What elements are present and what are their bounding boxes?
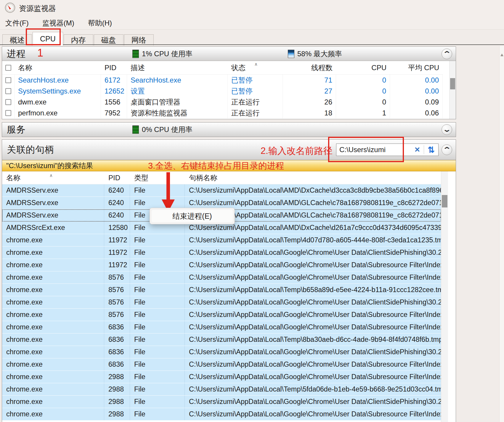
col-header-pid[interactable]: PID (104, 171, 130, 184)
annotation-step1: 1 (37, 47, 43, 59)
process-row-checkbox[interactable] (5, 88, 11, 94)
annotation-step3: 3.全选、右键结束掉占用目录的进程 (148, 160, 284, 172)
col-header-name[interactable]: 名称 (2, 171, 104, 184)
handle-row[interactable]: chrome.exe 6836 File C:\Users\izumi\AppD… (2, 358, 441, 371)
process-row[interactable]: dwm.exe 1556 桌面窗口管理器 正在运行 26 0 0.09 (2, 96, 443, 107)
handle-row[interactable]: chrome.exe 8576 File C:\Users\izumi\AppD… (2, 284, 441, 296)
process-row-checkbox[interactable] (5, 110, 11, 116)
handle-row[interactable]: chrome.exe 6836 File C:\Users\izumi\AppD… (2, 346, 441, 358)
window-title: 资源监视器 (19, 4, 56, 13)
handle-row[interactable]: chrome.exe 8576 File C:\Users\izumi\AppD… (2, 271, 441, 284)
max-frequency-icon (288, 50, 294, 58)
search-result-text: "C:\Users\izumi"的搜索结果 (6, 161, 93, 170)
menu-file[interactable]: 文件(F) (5, 18, 29, 28)
annotation-rect-search-box (328, 137, 404, 162)
tab-underline (0, 44, 504, 45)
handles-collapse-button[interactable]: ⌃ (442, 144, 452, 155)
sort-caret-name-icon: ∧ (49, 173, 53, 178)
col-header-threads[interactable]: 线程数 (283, 61, 336, 74)
handle-row[interactable]: chrome.exe 11972 File C:\Users\izumi\App… (2, 259, 441, 271)
process-row[interactable]: SearchHost.exe 6172 SearchHost.exe 已暂停 7… (2, 75, 443, 86)
processes-scrollbar-thumb[interactable] (450, 78, 455, 89)
handles-scrollbar[interactable] (441, 171, 448, 422)
processes-table-header: 名称 PID 描述 状态 线程数 CPU 平均 CPU (2, 61, 443, 75)
process-row[interactable]: SystemSettings.exe 12652 设置 已暂停 27 0 0.0… (2, 86, 443, 96)
refresh-search-icon[interactable]: ⇅ (424, 145, 438, 155)
select-all-checkbox[interactable] (5, 65, 11, 71)
col-header-pid[interactable]: PID (101, 61, 127, 74)
handle-row[interactable]: chrome.exe 8576 File C:\Users\izumi\AppD… (2, 309, 441, 321)
col-header-type[interactable]: 类型 (130, 171, 185, 184)
clear-search-icon[interactable]: ✕ (411, 146, 424, 154)
col-header-avg-cpu[interactable]: 平均 CPU (390, 61, 443, 74)
process-row[interactable]: perfmon.exe 7952 资源和性能监视器 正在运行 18 1 0.06 (2, 107, 443, 118)
processes-collapse-button[interactable]: ⌃ (442, 49, 452, 59)
handle-row[interactable]: chrome.exe 8576 File C:\Users\izumi\AppD… (2, 296, 441, 309)
handle-row[interactable]: chrome.exe 11972 File C:\Users\izumi\App… (2, 234, 441, 247)
col-header-name[interactable]: 名称 (15, 61, 101, 74)
max-frequency-label: 58% 最大频率 (297, 49, 342, 59)
cpu-usage-led-icon (132, 50, 139, 58)
col-header-description[interactable]: 描述 (127, 61, 228, 74)
services-cpu-led-icon (132, 125, 139, 134)
end-process-menu-item[interactable]: 结束进程(E) (152, 210, 233, 222)
handle-row[interactable]: chrome.exe 2988 File C:\Users\izumi\AppD… (2, 408, 441, 421)
handle-row[interactable]: chrome.exe 2988 File C:\Users\izumi\AppD… (2, 396, 441, 408)
processes-panel: 进程 1% CPU 使用率 58% 最大频率 ⌃ ∧ 名称 PID 描述 状态 … (2, 46, 456, 119)
scroll-up-arrow-icon[interactable] (500, 54, 503, 56)
chevron-up-icon: ⌃ (442, 51, 451, 57)
handles-title: 关联的句柄 (2, 144, 54, 156)
handles-scrollbar-thumb[interactable] (442, 195, 447, 207)
tab-disk[interactable]: 磁盘 (94, 34, 123, 46)
handle-row[interactable]: chrome.exe 2988 File C:\Users\izumi\AppD… (2, 383, 441, 396)
services-header-bar[interactable]: 服务 0% CPU 使用率 ⌄ (2, 123, 456, 137)
handles-panel: 关联的句柄 C:\Users\izumi ✕ ⇅ ⌃ "C:\Users\izu… (2, 139, 456, 422)
handle-row[interactable]: chrome.exe 6836 File C:\Users\izumi\AppD… (2, 321, 441, 334)
handle-row[interactable]: AMDRSServ.exe 6240 File C:\Users\izumi\A… (2, 184, 441, 197)
services-panel: 服务 0% CPU 使用率 ⌄ (2, 122, 456, 137)
handle-row[interactable]: chrome.exe 6836 File C:\Users\izumi\AppD… (2, 334, 441, 346)
services-cpu-usage-label: 0% CPU 使用率 (142, 125, 192, 134)
context-menu: 结束进程(E) (150, 208, 235, 224)
processes-title: 进程 (2, 48, 26, 60)
annotation-rect-cpu-tab (26, 28, 61, 45)
menu-monitor[interactable]: 监视器(M) (42, 18, 74, 28)
process-row-checkbox[interactable] (5, 99, 11, 105)
title-bar: 资源监视器 (0, 0, 504, 17)
col-header-handle-name[interactable]: 句柄名称 (185, 171, 441, 184)
menu-bar: 文件(F) 监视器(M) 帮助(H) (0, 17, 504, 30)
handle-row[interactable]: chrome.exe 11972 File C:\Users\izumi\App… (2, 247, 441, 259)
annotation-arrow-down-icon (161, 172, 175, 212)
tab-network[interactable]: 网络 (124, 34, 154, 46)
handle-row[interactable]: chrome.exe 2988 File C:\Users\izumi\AppD… (2, 371, 441, 383)
sort-caret-status-icon: ∧ (254, 62, 258, 67)
processes-header-bar[interactable]: 进程 1% CPU 使用率 58% 最大频率 ⌃ (2, 47, 456, 61)
col-header-cpu[interactable]: CPU (336, 61, 390, 74)
processes-scrollbar[interactable] (449, 61, 456, 119)
services-title: 服务 (2, 123, 26, 136)
annotation-step2: 2.输入改名前路径 (261, 145, 333, 157)
handles-table-header: 名称 PID 类型 句柄名称 (2, 171, 441, 184)
services-expand-button[interactable]: ⌄ (442, 124, 452, 135)
app-icon (5, 2, 15, 14)
chevron-up-icon: ⌃ (442, 146, 451, 153)
menu-help[interactable]: 帮助(H) (88, 18, 112, 28)
chevron-down-icon: ⌄ (442, 126, 451, 133)
window-scrollbar[interactable] (499, 46, 504, 422)
cpu-usage-label: 1% CPU 使用率 (142, 49, 192, 59)
handle-row[interactable]: AMDRSServ.exe 6240 File C:\Users\izumi\A… (2, 197, 441, 209)
tab-bar: 概述 CPU 内存 磁盘 网络 (0, 30, 504, 44)
tab-memory[interactable]: 内存 (64, 34, 93, 46)
process-row-checkbox[interactable] (5, 77, 11, 83)
